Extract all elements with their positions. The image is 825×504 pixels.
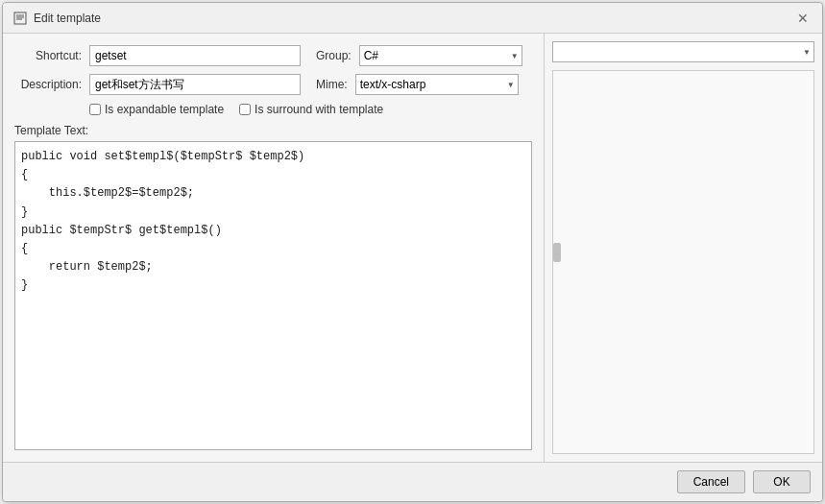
shortcut-input[interactable]: [89, 45, 301, 66]
expandable-label: Is expandable template: [105, 103, 224, 116]
code-editor-wrapper: public void set$templ$($tempStr$ $temp2$…: [14, 141, 532, 450]
edit-template-dialog: Edit template ✕ Shortcut: Group: C# Java…: [2, 2, 823, 502]
mime-label: Mime:: [316, 78, 348, 91]
template-textarea[interactable]: public void set$templ$($tempStr$ $temp2$…: [14, 141, 532, 450]
right-select[interactable]: [552, 41, 814, 62]
expandable-checkbox[interactable]: [89, 104, 101, 115]
dialog-title: Edit template: [34, 12, 101, 25]
surround-checkbox[interactable]: [239, 104, 251, 115]
shortcut-label: Shortcut:: [14, 49, 82, 62]
title-bar: Edit template ✕: [3, 3, 822, 34]
right-select-wrapper: [552, 41, 814, 62]
dialog-icon: [12, 11, 28, 26]
dialog-content: Shortcut: Group: C# Java HTML XML Descri…: [3, 34, 822, 462]
ok-button[interactable]: OK: [753, 470, 811, 493]
bottom-bar: Cancel OK: [3, 462, 822, 501]
surround-label: Is surround with template: [255, 103, 383, 116]
close-button[interactable]: ✕: [793, 9, 813, 28]
description-input[interactable]: [89, 74, 301, 95]
title-bar-left: Edit template: [12, 11, 101, 26]
svg-rect-0: [14, 12, 26, 24]
right-dropdown-row: [552, 41, 814, 62]
description-label: Description:: [14, 78, 82, 91]
template-text-section: Template Text: public void set$templ$($t…: [14, 124, 532, 450]
right-content-area: [552, 70, 814, 454]
right-scrollbar-thumb: [553, 243, 561, 262]
group-label: Group:: [316, 49, 352, 62]
checkboxes-row: Is expandable template Is surround with …: [14, 103, 532, 116]
mime-select[interactable]: text/x-csharp text/plain text/html: [355, 74, 519, 95]
template-text-label: Template Text:: [14, 124, 532, 137]
expandable-checkbox-item[interactable]: Is expandable template: [89, 103, 224, 116]
group-select-wrapper: C# Java HTML XML: [359, 45, 522, 66]
shortcut-group-row: Shortcut: Group: C# Java HTML XML: [14, 45, 532, 66]
left-panel: Shortcut: Group: C# Java HTML XML Descri…: [3, 34, 544, 462]
group-select[interactable]: C# Java HTML XML: [359, 45, 522, 66]
right-panel: [544, 34, 822, 462]
description-mime-row: Description: Mime: text/x-csharp text/pl…: [14, 74, 532, 95]
mime-select-wrapper: text/x-csharp text/plain text/html: [355, 74, 519, 95]
surround-checkbox-item[interactable]: Is surround with template: [239, 103, 383, 116]
cancel-button[interactable]: Cancel: [677, 470, 745, 493]
